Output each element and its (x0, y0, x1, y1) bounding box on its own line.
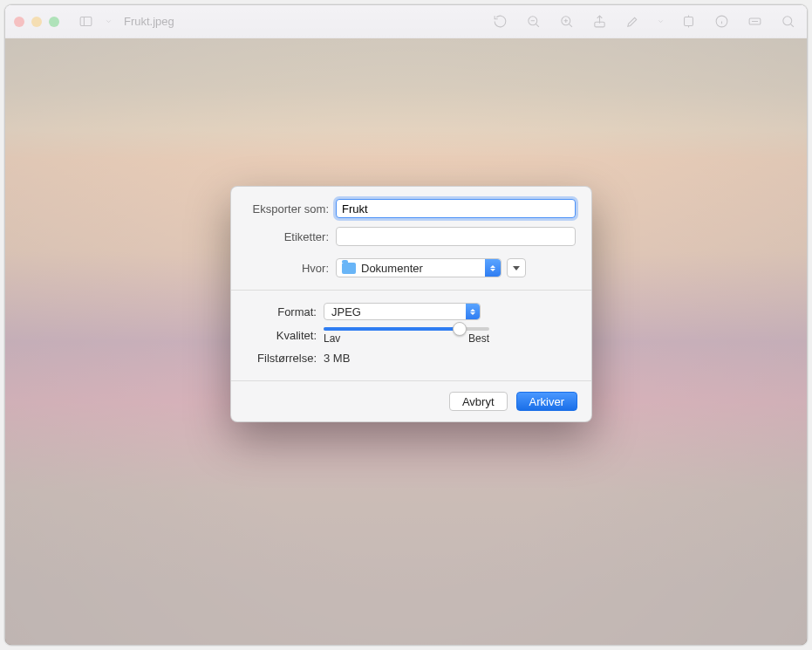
updown-icon (466, 304, 480, 319)
quality-high-label: Best (468, 332, 489, 345)
where-label: Hvor: (247, 262, 336, 275)
folder-icon (342, 263, 356, 274)
format-value: JPEG (331, 305, 361, 318)
where-value: Dokumenter (361, 262, 423, 275)
save-button[interactable]: Arkiver (516, 392, 577, 411)
format-label: Format: (252, 305, 324, 318)
tags-input[interactable] (336, 227, 576, 246)
preview-window: Frukt.jpeg Eksporter som: Etike (4, 4, 808, 646)
export-as-label: Eksporter som: (247, 202, 336, 216)
cancel-button[interactable]: Avbryt (449, 392, 508, 411)
format-select[interactable]: JPEG (324, 303, 481, 320)
export-filename-input[interactable] (336, 199, 576, 218)
quality-slider[interactable]: Lav Best (324, 325, 570, 345)
expand-save-panel-button[interactable] (507, 258, 526, 277)
quality-low-label: Lav (324, 332, 340, 345)
quality-label: Kvalitet: (252, 329, 324, 342)
updown-icon (485, 259, 501, 277)
tags-label: Etiketter: (247, 230, 336, 243)
where-select[interactable]: Dokumenter (336, 258, 502, 277)
filesize-label: Filstørrelse: (252, 352, 324, 365)
export-dialog: Eksporter som: Etiketter: Hvor: Dokument… (230, 186, 592, 422)
filesize-value: 3 MB (324, 352, 570, 365)
